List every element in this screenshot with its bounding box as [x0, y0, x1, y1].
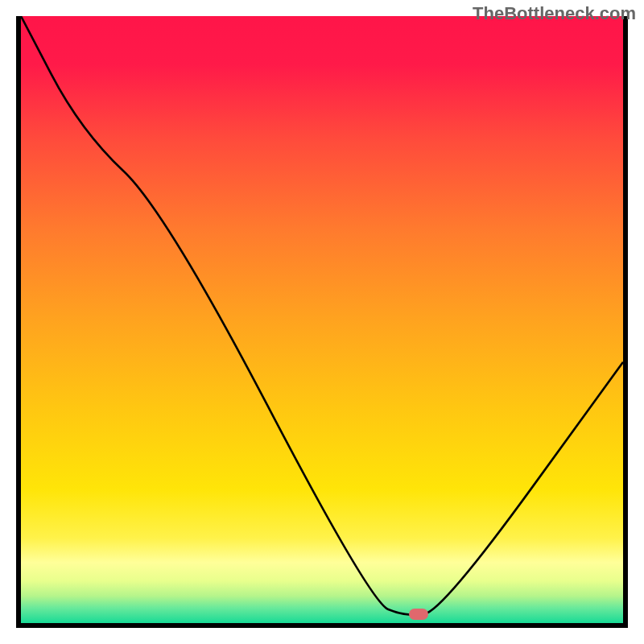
chart-frame — [16, 16, 628, 628]
plot-area — [21, 16, 623, 623]
optimal-marker — [409, 609, 428, 620]
attribution-watermark: TheBottleneck.com — [473, 3, 636, 24]
bottleneck-curve — [21, 16, 623, 623]
